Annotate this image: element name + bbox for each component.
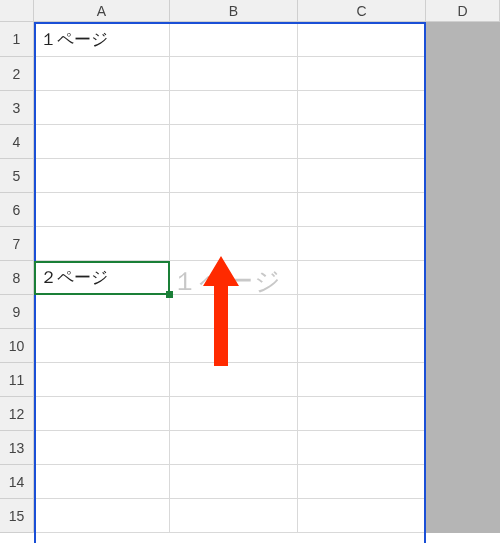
cell-C10[interactable] [298, 329, 426, 363]
cell-A10[interactable] [34, 329, 170, 363]
row-header[interactable]: 5 [0, 159, 34, 193]
row-header[interactable]: 15 [0, 499, 34, 533]
cell-D10[interactable] [426, 329, 500, 363]
col-header-B[interactable]: B [170, 0, 298, 21]
cell-C7[interactable] [298, 227, 426, 261]
cell-C4[interactable] [298, 125, 426, 159]
cell-A15[interactable] [34, 499, 170, 533]
row: 3 [0, 91, 500, 125]
cell-D1[interactable] [426, 22, 500, 57]
cell-D6[interactable] [426, 193, 500, 227]
row-header[interactable]: 14 [0, 465, 34, 499]
cell-D11[interactable] [426, 363, 500, 397]
row-header[interactable]: 10 [0, 329, 34, 363]
cell-B2[interactable] [170, 57, 298, 91]
cell-A5[interactable] [34, 159, 170, 193]
cell-C3[interactable] [298, 91, 426, 125]
row: 14 [0, 465, 500, 499]
cell-B15[interactable] [170, 499, 298, 533]
row: 4 [0, 125, 500, 159]
cell-C6[interactable] [298, 193, 426, 227]
column-headers: A B C D [0, 0, 500, 22]
cell-B4[interactable] [170, 125, 298, 159]
cell-C14[interactable] [298, 465, 426, 499]
row: 11 [0, 363, 500, 397]
cell-A4[interactable] [34, 125, 170, 159]
cell-D14[interactable] [426, 465, 500, 499]
cell-D15[interactable] [426, 499, 500, 533]
cell-B9[interactable] [170, 295, 298, 329]
row-header[interactable]: 1 [0, 22, 34, 57]
cell-A3[interactable] [34, 91, 170, 125]
cell-A14[interactable] [34, 465, 170, 499]
cell-C15[interactable] [298, 499, 426, 533]
row: 9 [0, 295, 500, 329]
cell-A8[interactable]: ２ページ [34, 261, 170, 295]
cell-A1[interactable]: １ページ [34, 22, 170, 57]
cell-A12[interactable] [34, 397, 170, 431]
row: 7 [0, 227, 500, 261]
row-header[interactable]: 9 [0, 295, 34, 329]
cell-D2[interactable] [426, 57, 500, 91]
cell-A6[interactable] [34, 193, 170, 227]
cell-B5[interactable] [170, 159, 298, 193]
row-header[interactable]: 6 [0, 193, 34, 227]
row: 5 [0, 159, 500, 193]
select-all-corner[interactable] [0, 0, 34, 21]
cell-B14[interactable] [170, 465, 298, 499]
cell-B3[interactable] [170, 91, 298, 125]
cell-B8[interactable] [170, 261, 298, 295]
cell-C2[interactable] [298, 57, 426, 91]
cell-D9[interactable] [426, 295, 500, 329]
cell-B6[interactable] [170, 193, 298, 227]
cell-D13[interactable] [426, 431, 500, 465]
col-header-D[interactable]: D [426, 0, 500, 21]
row-header[interactable]: 3 [0, 91, 34, 125]
fill-handle[interactable] [166, 291, 173, 298]
row: 12 [0, 397, 500, 431]
cell-B11[interactable] [170, 363, 298, 397]
row-header[interactable]: 11 [0, 363, 34, 397]
row-header[interactable]: 7 [0, 227, 34, 261]
cell-D5[interactable] [426, 159, 500, 193]
row: 1１ページ [0, 22, 500, 57]
row: 10 [0, 329, 500, 363]
cell-D7[interactable] [426, 227, 500, 261]
cell-C8[interactable] [298, 261, 426, 295]
row-header[interactable]: 12 [0, 397, 34, 431]
cell-D12[interactable] [426, 397, 500, 431]
cell-A11[interactable] [34, 363, 170, 397]
grid-rows: 1１ページ2345678２ページ9101112131415 [0, 22, 500, 533]
row-header[interactable]: 8 [0, 261, 34, 295]
cell-D8[interactable] [426, 261, 500, 295]
cell-A9[interactable] [34, 295, 170, 329]
col-header-C[interactable]: C [298, 0, 426, 21]
spreadsheet: A B C D 1１ページ2345678２ページ9101112131415 １ペ… [0, 0, 500, 533]
cell-C13[interactable] [298, 431, 426, 465]
cell-B13[interactable] [170, 431, 298, 465]
cell-C11[interactable] [298, 363, 426, 397]
cell-C5[interactable] [298, 159, 426, 193]
row: 15 [0, 499, 500, 533]
cell-C1[interactable] [298, 22, 426, 57]
row-header[interactable]: 4 [0, 125, 34, 159]
cell-B1[interactable] [170, 22, 298, 57]
row: 8２ページ [0, 261, 500, 295]
row: 2 [0, 57, 500, 91]
cell-D4[interactable] [426, 125, 500, 159]
cell-A13[interactable] [34, 431, 170, 465]
cell-D3[interactable] [426, 91, 500, 125]
cell-A2[interactable] [34, 57, 170, 91]
cell-B7[interactable] [170, 227, 298, 261]
cell-B10[interactable] [170, 329, 298, 363]
row-header[interactable]: 13 [0, 431, 34, 465]
cell-C9[interactable] [298, 295, 426, 329]
row: 6 [0, 193, 500, 227]
row-header[interactable]: 2 [0, 57, 34, 91]
cell-C12[interactable] [298, 397, 426, 431]
cell-A7[interactable] [34, 227, 170, 261]
cell-B12[interactable] [170, 397, 298, 431]
col-header-A[interactable]: A [34, 0, 170, 21]
row: 13 [0, 431, 500, 465]
